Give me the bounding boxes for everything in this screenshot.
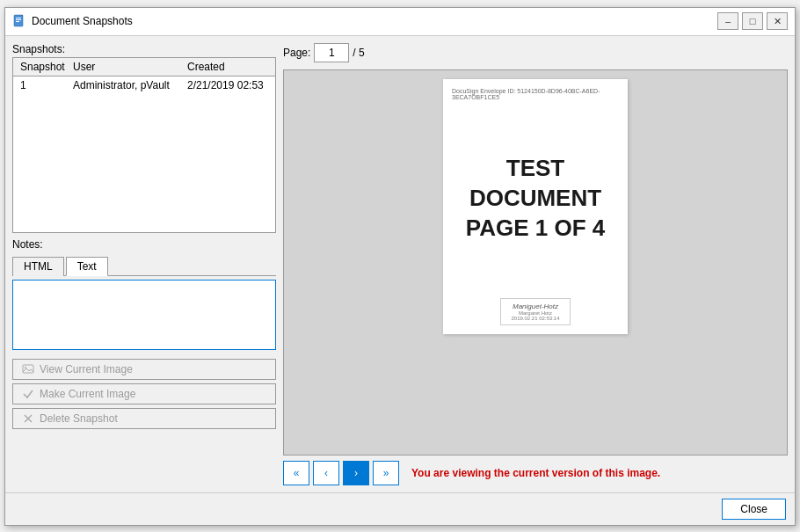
prev-page-button[interactable]: ‹ [313,461,339,485]
cell-created: 2/21/2019 02:53 [184,78,276,92]
signature-date: 2019.02.21 02:53:14 [505,316,566,321]
page-input[interactable]: 1 [314,43,349,62]
title-bar-controls: – □ ✕ [717,12,788,30]
left-panel: Snapshots: Snapshot User Created 1 Admin… [12,43,276,485]
title-bar: Document Snapshots – □ ✕ [5,8,795,36]
x-icon [22,412,34,425]
window-title: Document Snapshots [32,15,717,27]
main-content: Snapshots: Snapshot User Created 1 Admin… [5,36,795,492]
view-current-image-label: View Current Image [40,363,133,375]
snapshots-section: Snapshots: Snapshot User Created 1 Admin… [12,43,276,233]
first-page-button[interactable]: « [283,461,309,485]
signature-name: Maniguet-Hotz [505,302,566,310]
close-button[interactable]: Close [722,499,786,520]
svg-rect-0 [14,15,23,26]
tab-html[interactable]: HTML [12,257,64,276]
window-icon [12,14,26,28]
cell-snapshot: 1 [17,78,69,92]
tab-text[interactable]: Text [66,257,108,276]
document-main-text: TEST DOCUMENT PAGE 1 OF 4 [452,109,619,289]
tabs-container: HTML Text [12,256,276,276]
delete-snapshot-button[interactable]: Delete Snapshot [12,408,276,429]
next-page-button[interactable]: › [343,461,369,485]
page-label: Page: [283,47,310,59]
view-current-image-button[interactable]: View Current Image [12,359,276,380]
status-message: You are viewing the current version of t… [411,467,660,479]
table-row[interactable]: 1 Administrator, pVault 2/21/2019 02:53 [13,77,275,94]
notes-textarea-container [12,280,276,350]
notes-textarea[interactable] [12,280,276,350]
svg-rect-3 [16,21,19,22]
make-current-image-label: Make Current Image [40,388,135,400]
header-user: User [69,60,184,74]
delete-snapshot-label: Delete Snapshot [40,412,118,425]
action-buttons: View Current Image Make Current Image [12,359,276,429]
snapshots-label: Snapshots: [12,43,276,55]
document-page: DocuSign Envelope ID: 5124150D-8D96-40BC… [443,79,628,334]
footer: Close [5,492,795,525]
table-header: Snapshot User Created [13,58,275,77]
right-panel: Page: 1 / 5 DocuSign Envelope ID: 512415… [283,43,788,485]
document-preview-container: DocuSign Envelope ID: 5124150D-8D96-40BC… [283,69,788,455]
cell-user: Administrator, pVault [69,78,184,92]
page-total: / 5 [353,47,364,59]
document-snapshots-window: Document Snapshots – □ ✕ Snapshots: Snap… [4,7,796,526]
document-header: DocuSign Envelope ID: 5124150D-8D96-40BC… [452,88,619,100]
page-nav-bottom: « ‹ › » You are viewing the current vers… [283,461,788,485]
make-current-image-button[interactable]: Make Current Image [12,383,276,404]
last-page-button[interactable]: » [373,461,399,485]
svg-rect-5 [23,365,33,373]
minimize-button[interactable]: – [717,12,738,30]
notes-section: Notes: HTML Text [12,238,276,350]
svg-rect-1 [16,18,21,18]
svg-rect-2 [16,19,21,20]
image-icon [22,363,34,375]
header-snapshot: Snapshot [17,60,69,74]
check-icon [22,388,34,400]
window-close-button[interactable]: ✕ [767,12,788,30]
page-nav-top: Page: 1 / 5 [283,43,788,62]
notes-label: Notes: [12,238,276,251]
maximize-button[interactable]: □ [742,12,763,30]
header-created: Created [184,60,276,74]
snapshots-table: Snapshot User Created 1 Administrator, p… [12,57,276,233]
signature-block: Maniguet-Hotz Margaret Hotz 2019.02.21 0… [500,298,571,325]
